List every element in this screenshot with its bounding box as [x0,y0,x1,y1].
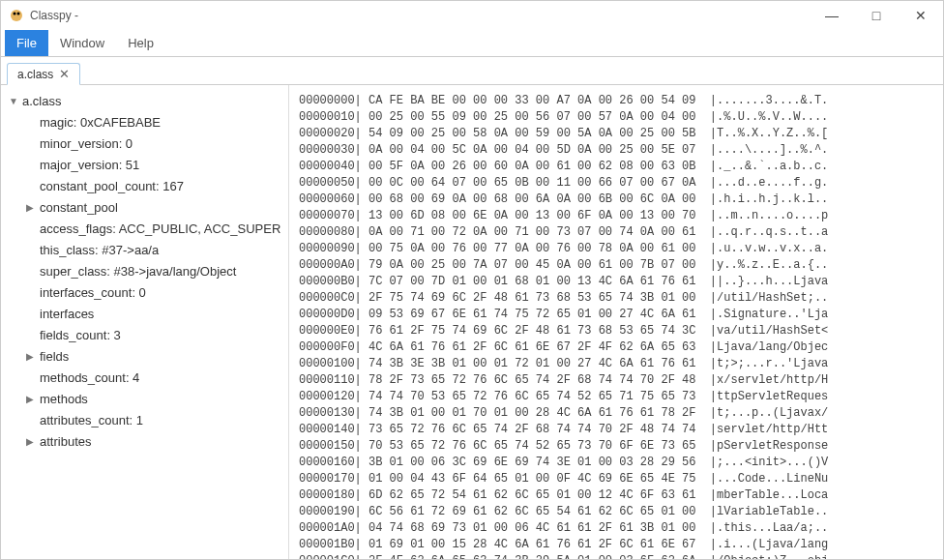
app-icon [9,8,24,23]
tree-node-label: methods_count: 4 [40,369,139,387]
hex-panel[interactable]: 00000000| CA FE BA BE 00 00 00 33 00 A7 … [289,85,943,559]
svg-point-1 [14,13,16,15]
tree-node[interactable]: ▶methods [1,389,288,410]
close-icon[interactable]: ✕ [59,67,70,81]
maximize-button[interactable]: □ [854,1,899,30]
minimize-button[interactable]: — [810,1,854,30]
chevron-down-icon[interactable]: ▼ [9,93,20,110]
tree-node[interactable]: interfaces [1,304,288,325]
tabbar: a.class ✕ [1,57,943,85]
tree-node[interactable]: ▶fields [1,346,288,368]
tree-node[interactable]: ▶constant_pool [1,197,288,219]
tree-node-label: interfaces_count: 0 [40,284,146,302]
tree-node-label: fields_count: 3 [40,327,121,344]
tree-node[interactable]: super_class: #38->java/lang/Object [1,261,288,282]
titlebar: Classpy - — □ ✕ [1,1,943,30]
tree-node-label: a.class [22,93,61,110]
tree-node[interactable]: constant_pool_count: 167 [1,176,288,197]
close-button[interactable]: ✕ [899,1,943,30]
tree-node-label: magic: 0xCAFEBABE [40,114,161,132]
tree-node[interactable]: access_flags: ACC_PUBLIC, ACC_SUPER [1,219,288,240]
tab-label: a.class [17,68,53,81]
content: ▼a.classmagic: 0xCAFEBABEminor_version: … [1,85,943,559]
tree-node-label: major_version: 51 [40,157,139,174]
svg-point-0 [11,10,22,21]
chevron-right-icon[interactable]: ▶ [26,348,38,366]
tree-node[interactable]: minor_version: 0 [1,133,288,155]
menu-file[interactable]: File [5,30,48,56]
tree-node-label: methods [40,391,88,408]
menu-window[interactable]: Window [48,30,116,56]
window-controls: — □ ✕ [810,1,943,30]
tree-node[interactable]: this_class: #37->aa/a [1,240,288,261]
tree-node-label: constant_pool [40,199,118,217]
tree-node[interactable]: major_version: 51 [1,155,288,176]
tree-node-label: minor_version: 0 [40,135,133,153]
tree-node-label: fields [40,348,69,366]
tree-node[interactable]: magic: 0xCAFEBABE [1,112,288,133]
tree-node-label: constant_pool_count: 167 [40,178,184,195]
tree-node-label: attributes [40,433,91,451]
tree-node[interactable]: methods_count: 4 [1,368,288,389]
tree-node-label: attributes_count: 1 [40,412,143,429]
menubar: FileWindowHelp [1,30,943,57]
tree-node-label: super_class: #38->java/lang/Object [40,263,236,280]
tree-node[interactable]: ▼a.class [1,91,288,112]
tree-node[interactable]: ▶attributes [1,431,288,453]
tree-node-label: this_class: #37->aa/a [40,242,159,259]
chevron-right-icon[interactable]: ▶ [26,433,38,451]
tree-node[interactable]: fields_count: 3 [1,325,288,346]
tree-node-label: interfaces [40,306,94,323]
tree-node-label: access_flags: ACC_PUBLIC, ACC_SUPER [40,221,280,238]
menu-help[interactable]: Help [116,30,165,56]
tree-node[interactable]: interfaces_count: 0 [1,282,288,304]
window-title: Classpy - [30,9,810,22]
tree-panel[interactable]: ▼a.classmagic: 0xCAFEBABEminor_version: … [1,85,289,559]
svg-point-2 [17,13,20,15]
tree-node[interactable]: attributes_count: 1 [1,410,288,431]
chevron-right-icon[interactable]: ▶ [26,391,38,408]
chevron-right-icon[interactable]: ▶ [26,199,38,217]
tab-a-class[interactable]: a.class ✕ [7,63,80,85]
